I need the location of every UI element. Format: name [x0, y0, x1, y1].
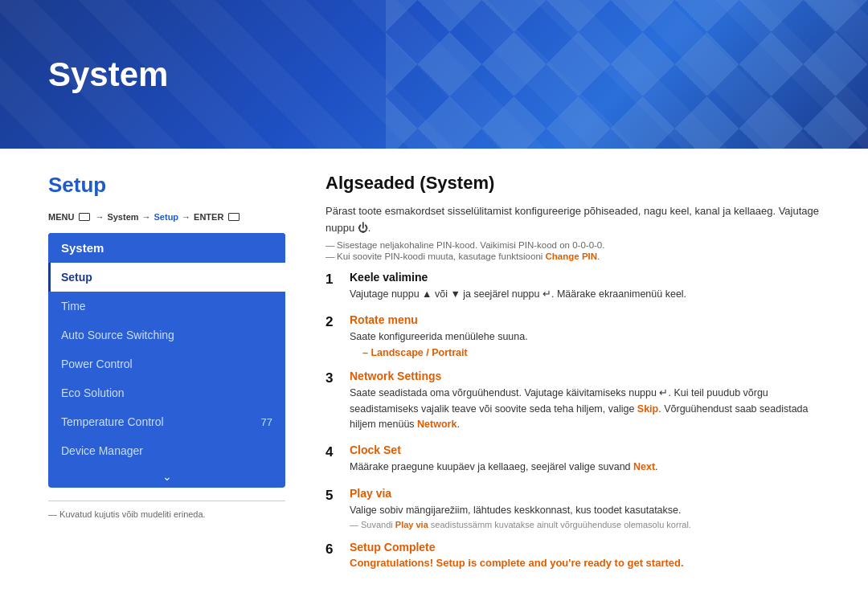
step-4-desc: Määrake praegune kuupäev ja kellaaeg, se…	[350, 460, 820, 475]
step-2-sub: – Landscape / Portrait	[350, 347, 820, 358]
menu-path: MENU → System → Setup → ENTER	[48, 212, 285, 222]
enter-icon	[228, 213, 240, 221]
menu-icon	[79, 213, 90, 221]
step-3: 3 Network Settings Saate seadistada oma …	[326, 370, 820, 432]
menu-item-setup[interactable]: Setup	[48, 263, 285, 292]
step-3-number: 3	[326, 370, 340, 386]
note-line-1: Sisestage neljakohaline PIN-kood. Vaikim…	[326, 240, 820, 250]
step-3-title: Network Settings	[350, 370, 820, 382]
note-line-2: Kui soovite PIN-koodi muuta, kasutage fu…	[326, 251, 820, 261]
menu-chevron-down[interactable]: ⌄	[48, 465, 285, 488]
network-link[interactable]: Network	[417, 419, 457, 430]
system-menu: System Setup Time Auto Source Switching …	[48, 233, 285, 488]
step-2-desc: Saate konfigureerida menüülehe suuna.	[350, 329, 820, 345]
menu-path-arrow3: →	[182, 212, 190, 222]
step-4-content: Clock Set Määrake praegune kuupäev ja ke…	[350, 443, 820, 475]
note2-prefix: Kui soovite PIN-koodi muuta, kasutage fu…	[337, 251, 546, 261]
step-1-title: Keele valimine	[350, 271, 820, 284]
content-title: Algseaded (System)	[326, 173, 820, 194]
menu-item-eco-solution[interactable]: Eco Solution	[48, 378, 285, 407]
note2-suffix: .	[597, 251, 600, 261]
menu-path-menu: MENU	[48, 212, 74, 222]
step-5-desc: Valige sobiv mängijarežiim, lähtudes kes…	[350, 503, 820, 518]
step-1-desc: Vajutage nuppu ▲ või ▼ ja seejärel nuppu…	[350, 287, 820, 302]
page-title: System	[48, 55, 168, 94]
intro-text: Pärast toote esmakordset sisselülitamist…	[326, 203, 820, 237]
main-content: Setup MENU → System → Setup → ENTER Syst…	[0, 149, 868, 604]
step-1: 1 Keele valimine Vajutage nuppu ▲ või ▼ …	[326, 271, 820, 302]
step-1-number: 1	[326, 271, 340, 288]
menu-path-enter: ENTER	[194, 212, 223, 222]
step-4: 4 Clock Set Määrake praegune kuupäev ja …	[326, 443, 820, 475]
step-5: 5 Play via Valige sobiv mängijarežiim, l…	[326, 487, 820, 529]
step-6: 6 Setup Complete Congratulations! Setup …	[326, 541, 820, 569]
menu-item-power-control[interactable]: Power Control	[48, 349, 285, 378]
left-panel: Setup MENU → System → Setup → ENTER Syst…	[48, 173, 285, 580]
step-5-number: 5	[326, 487, 340, 504]
menu-item-temperature-control[interactable]: Temperature Control 77	[48, 407, 285, 436]
step-6-content: Setup Complete Congratulations! Setup is…	[350, 541, 820, 569]
menu-item-temperature-label: Temperature Control	[61, 415, 164, 428]
step-5-title: Play via	[350, 487, 820, 500]
system-menu-header: System	[48, 233, 285, 263]
step-4-title: Clock Set	[350, 443, 820, 456]
step-2: 2 Rotate menu Saate konfigureerida menüü…	[326, 313, 820, 358]
menu-item-device-manager[interactable]: Device Manager	[48, 436, 285, 465]
menu-item-auto-source[interactable]: Auto Source Switching	[48, 321, 285, 349]
menu-item-device-manager-label: Device Manager	[61, 444, 143, 457]
step-4-number: 4	[326, 443, 340, 460]
step-6-title: Setup Complete	[350, 541, 820, 554]
menu-path-system: System	[107, 212, 138, 222]
step-2-number: 2	[326, 313, 340, 330]
menu-item-time-label: Time	[61, 300, 86, 313]
change-pin-link[interactable]: Change PIN	[546, 251, 598, 261]
step-2-title: Rotate menu	[350, 313, 820, 326]
menu-item-power-control-label: Power Control	[61, 358, 133, 370]
menu-item-auto-source-label: Auto Source Switching	[61, 329, 174, 341]
step-5-content: Play via Valige sobiv mängijarežiim, läh…	[350, 487, 820, 529]
right-panel: Algseaded (System) Pärast toote esmakord…	[326, 173, 820, 580]
header-diamonds	[386, 0, 868, 149]
play-via-link: Play via	[395, 520, 428, 529]
skip-link[interactable]: Skip	[637, 403, 658, 415]
step-2-content: Rotate menu Saate konfigureerida menüüle…	[350, 313, 820, 358]
menu-item-time[interactable]: Time	[48, 292, 285, 321]
step-6-number: 6	[326, 541, 340, 558]
menu-item-eco-solution-label: Eco Solution	[61, 386, 125, 399]
step-2-landscape-portrait: Landscape / Portrait	[371, 347, 467, 358]
header: System	[0, 0, 868, 149]
congrats-text: Congratulations! Setup is complete and y…	[350, 557, 820, 569]
footnote: Kuvatud kujutis võib mudeliti erineda.	[48, 501, 285, 519]
step-3-desc: Saate seadistada oma võrguühendust. Vaju…	[350, 386, 820, 432]
steps-list: 1 Keele valimine Vajutage nuppu ▲ või ▼ …	[326, 271, 820, 570]
menu-path-arrow2: →	[142, 212, 151, 222]
step-5-note: Suvandi Play via seadistussämm kuvatakse…	[350, 520, 820, 529]
step-3-content: Network Settings Saate seadistada oma võ…	[350, 370, 820, 432]
next-link[interactable]: Next	[633, 461, 655, 472]
menu-path-arrow1: →	[95, 212, 104, 222]
menu-item-setup-label: Setup	[61, 271, 92, 284]
menu-path-setup: Setup	[154, 212, 179, 222]
step-2-dash: –	[362, 347, 368, 358]
menu-item-temperature-number: 77	[261, 416, 272, 428]
setup-heading: Setup	[48, 173, 285, 198]
step-1-content: Keele valimine Vajutage nuppu ▲ või ▼ ja…	[350, 271, 820, 302]
